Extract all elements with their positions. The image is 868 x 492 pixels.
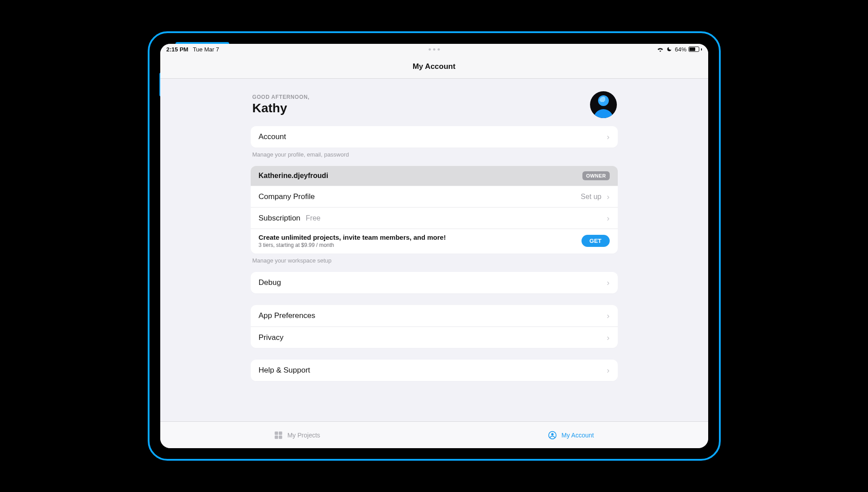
battery-indicator: 64%: [675, 46, 701, 53]
account-label: Account: [259, 132, 286, 141]
grid-icon: [274, 431, 283, 440]
page-title: My Account: [413, 62, 456, 71]
company-profile-label: Company Profile: [259, 192, 315, 201]
chevron-right-icon: ›: [607, 279, 610, 287]
status-time: 2:15 PM: [167, 46, 188, 53]
status-bar: 2:15 PM Tue Mar 7 64%: [160, 44, 708, 55]
workspace-name: Katherine.djeyfroudi: [259, 172, 329, 180]
preferences-card: App Preferences › Privacy ›: [251, 305, 618, 348]
company-profile-row[interactable]: Company Profile Set up ›: [251, 186, 618, 207]
tab-label: My Projects: [287, 432, 320, 439]
svg-rect-2: [275, 435, 278, 439]
subscription-row[interactable]: Subscription Free ›: [251, 207, 618, 229]
content-scroll[interactable]: GOOD AFTERNOON, Kathy Account ›: [160, 79, 708, 421]
tab-my-account[interactable]: My Account: [434, 431, 708, 440]
navigation-bar: My Account: [160, 55, 708, 79]
svg-rect-1: [279, 431, 282, 435]
greeting-label: GOOD AFTERNOON,: [252, 94, 310, 100]
account-footnote: Manage your profile, email, password: [251, 148, 618, 166]
debug-label: Debug: [259, 278, 281, 287]
help-support-row[interactable]: Help & Support ›: [251, 360, 618, 381]
account-row[interactable]: Account ›: [251, 126, 618, 148]
privacy-label: Privacy: [259, 333, 284, 342]
app-preferences-label: App Preferences: [259, 311, 316, 320]
greeting-header: GOOD AFTERNOON, Kathy: [251, 89, 618, 126]
do-not-disturb-icon: [667, 47, 672, 52]
chevron-right-icon: ›: [607, 193, 610, 201]
screen: 2:15 PM Tue Mar 7 64%: [160, 44, 708, 448]
chevron-right-icon: ›: [607, 312, 610, 320]
chevron-right-icon: ›: [607, 366, 610, 374]
app-preferences-row[interactable]: App Preferences ›: [251, 305, 618, 327]
debug-row[interactable]: Debug ›: [251, 272, 618, 293]
tab-label: My Account: [561, 432, 594, 439]
upgrade-promo: Create unlimited projects, invite team m…: [251, 229, 618, 254]
battery-percent: 64%: [675, 46, 686, 53]
promo-subtitle: 3 tiers, starting at $9.99 / month: [259, 242, 446, 248]
workspace-header: Katherine.djeyfroudi OWNER: [251, 166, 618, 186]
tab-bar: My Projects My Account: [160, 421, 708, 448]
person-circle-icon: [548, 431, 557, 440]
help-support-label: Help & Support: [259, 366, 310, 375]
privacy-row[interactable]: Privacy ›: [251, 327, 618, 348]
workspace-card: Katherine.djeyfroudi OWNER Company Profi…: [251, 166, 618, 254]
multitask-dots[interactable]: [428, 48, 440, 51]
wifi-icon: [657, 47, 664, 52]
chevron-right-icon: ›: [607, 334, 610, 342]
account-card: Account ›: [251, 126, 618, 148]
owner-badge: OWNER: [582, 171, 609, 180]
subscription-value: Free: [306, 214, 321, 222]
workspace-footnote: Manage your workspace setup: [251, 254, 618, 272]
promo-title: Create unlimited projects, invite team m…: [259, 233, 446, 241]
get-button[interactable]: GET: [582, 235, 610, 247]
chevron-right-icon: ›: [607, 214, 610, 222]
avatar[interactable]: [590, 91, 617, 118]
subscription-label: Subscription: [259, 214, 301, 223]
help-card: Help & Support ›: [251, 360, 618, 381]
user-name: Kathy: [252, 101, 310, 115]
company-profile-action: Set up: [581, 193, 601, 201]
ipad-frame: 2:15 PM Tue Mar 7 64%: [148, 31, 721, 461]
chevron-right-icon: ›: [607, 133, 610, 141]
svg-point-5: [552, 433, 554, 435]
tab-my-projects[interactable]: My Projects: [160, 431, 434, 440]
status-date: Tue Mar 7: [193, 46, 219, 53]
debug-card: Debug ›: [251, 272, 618, 293]
svg-rect-0: [275, 431, 278, 435]
svg-rect-3: [279, 435, 282, 439]
